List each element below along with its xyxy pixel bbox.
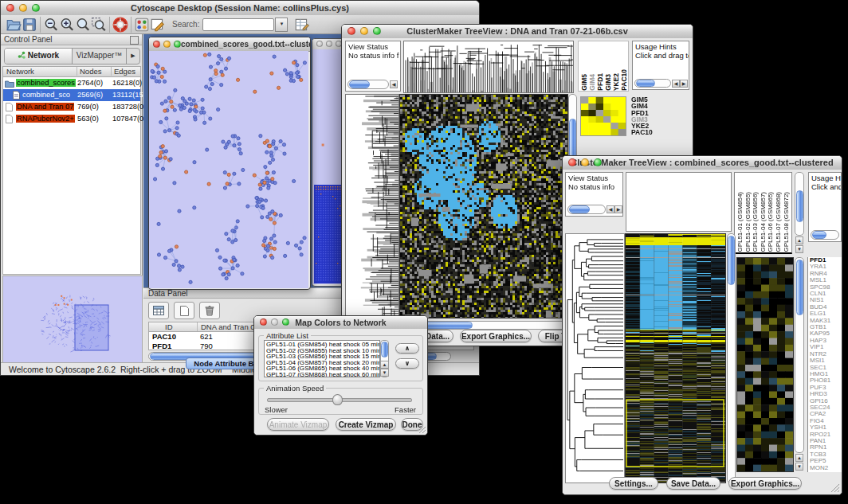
scroll-left-arrow[interactable]: ◀ bbox=[607, 205, 614, 213]
row-dendrogram[interactable] bbox=[565, 233, 625, 483]
create-vizmap-button[interactable]: Create Vizmap bbox=[336, 418, 396, 431]
heatmap-zoom[interactable] bbox=[736, 257, 794, 472]
data-col-id: ID bbox=[165, 322, 173, 331]
table-row[interactable]: combined_scores 2764(0) 16218(0) bbox=[3, 77, 140, 89]
attribute-list-item[interactable]: GPL51-07 (GSM868) heat shock 60 min bbox=[266, 372, 379, 377]
attribute-list-item[interactable]: GPL51-04 (GSM857) heat shock 20 min bbox=[266, 360, 379, 366]
search-dropdown-button[interactable]: ▼ bbox=[275, 18, 288, 32]
usage-hints-scrollbar[interactable] bbox=[634, 79, 671, 88]
open-file-icon[interactable] bbox=[6, 17, 22, 33]
scroll-down-arrow[interactable]: ▼ bbox=[380, 369, 389, 377]
delete-attribute-trash-icon[interactable] bbox=[199, 302, 220, 319]
attribute-list[interactable]: GPL51-01 (GSM854) heat shock 05 minGPL51… bbox=[264, 340, 380, 377]
row-dendrogram[interactable] bbox=[345, 94, 399, 318]
minimize-button[interactable] bbox=[19, 4, 27, 12]
view-status-scrollbar[interactable] bbox=[567, 205, 606, 214]
zoom-window-button[interactable] bbox=[594, 158, 602, 166]
column-label: GPL51-04 (GSM857) bbox=[760, 192, 768, 252]
scroll-up-arrow[interactable]: ▲ bbox=[380, 361, 389, 369]
minimize-button[interactable] bbox=[581, 158, 589, 166]
zoom-selected-icon[interactable] bbox=[91, 17, 107, 33]
float-panel-icon[interactable] bbox=[130, 36, 139, 45]
file-icon bbox=[6, 103, 13, 111]
new-attribute-icon[interactable] bbox=[174, 302, 194, 319]
labels-v-scrollbar[interactable] bbox=[795, 172, 804, 236]
move-up-button[interactable]: ∧ bbox=[395, 343, 419, 354]
zoom-v-scrollbar[interactable] bbox=[795, 257, 804, 453]
usage-hints-scrollbar[interactable] bbox=[811, 230, 839, 240]
control-panel: Control Panel Network VizMapper™ ▶ Netwo… bbox=[1, 34, 143, 362]
scroll-right-arrow[interactable]: ▶ bbox=[680, 80, 688, 88]
table-row[interactable]: DNA and Tran 07 769(0) 183728(0) bbox=[3, 101, 140, 113]
minimize-button[interactable] bbox=[326, 41, 332, 47]
close-button[interactable] bbox=[153, 41, 160, 48]
settings-button[interactable]: Settings... bbox=[609, 477, 658, 490]
col-nodes: Nodes bbox=[77, 67, 101, 76]
column-dendrogram[interactable] bbox=[403, 41, 574, 93]
global-v-scrollbar[interactable] bbox=[727, 233, 736, 483]
scroll-right-arrow[interactable]: ▶ bbox=[614, 205, 622, 213]
tab-overflow-button[interactable]: ▶ bbox=[127, 49, 139, 64]
main-title-bar[interactable]: Cytoscape Desktop (Session Name: collins… bbox=[1, 1, 479, 16]
zoom-window-button[interactable] bbox=[174, 41, 181, 48]
animate-vizmap-button[interactable]: Animate Vizmap bbox=[267, 418, 329, 431]
close-button[interactable] bbox=[347, 27, 355, 35]
attribute-list-item[interactable]: GPL51-03 (GSM856) heat shock 15 min bbox=[266, 354, 379, 360]
zoom-out-icon[interactable] bbox=[43, 17, 59, 33]
data-table-icon[interactable] bbox=[148, 302, 169, 319]
attribute-list-item[interactable]: GPL51-01 (GSM854) heat shock 05 min bbox=[266, 342, 379, 348]
birds-eye-view[interactable] bbox=[2, 275, 143, 363]
column-labels: GIM5GIM4PFD1GIM3YKE2PAC10 bbox=[578, 41, 629, 92]
animation-speed-label: Animation Speed bbox=[264, 384, 326, 393]
attribute-list-item[interactable]: GPL51-06 (GSM865) heat shock 40 min bbox=[266, 365, 379, 372]
column-dendrogram-area[interactable] bbox=[626, 172, 732, 232]
scroll-up-arrow[interactable]: ▲ bbox=[795, 454, 803, 462]
similarity-heatmap[interactable] bbox=[580, 96, 626, 136]
zoom-window-button[interactable] bbox=[373, 27, 381, 35]
move-down-button[interactable]: ∨ bbox=[395, 358, 419, 369]
close-button[interactable] bbox=[568, 158, 576, 166]
annotation-icon[interactable] bbox=[150, 17, 166, 33]
column-labels: GPL51-01 (GSM854)GPL51-02 (GSM855)GPL51-… bbox=[734, 172, 792, 254]
minimize-button[interactable] bbox=[163, 41, 171, 48]
view-status-scrollbar[interactable] bbox=[347, 80, 389, 89]
export-graphics-button[interactable]: Export Graphics... bbox=[728, 477, 802, 490]
resize-grip[interactable] bbox=[418, 426, 426, 434]
row-label: PAC10 bbox=[631, 129, 663, 135]
heatmap-main[interactable] bbox=[399, 94, 568, 318]
table-row-selected[interactable]: combined_sco 2569(6) 13112(15) bbox=[3, 89, 140, 101]
export-graphics-button[interactable]: Export Graphics... bbox=[460, 330, 532, 342]
scroll-down-arrow[interactable]: ▼ bbox=[795, 245, 803, 253]
attribute-list-item[interactable]: GPL51-02 (GSM855) heat shock 10 min bbox=[266, 348, 379, 354]
zoom-in-icon[interactable] bbox=[59, 17, 75, 33]
heatmap-global[interactable] bbox=[625, 233, 726, 483]
network-canvas[interactable] bbox=[149, 51, 308, 288]
minimize-button[interactable] bbox=[360, 27, 368, 35]
column-label: PFD1 bbox=[597, 73, 604, 91]
zoom-window-button[interactable] bbox=[32, 4, 40, 12]
close-button[interactable] bbox=[6, 4, 14, 12]
gene-labels: PFD1YRA1RNR4MSL1SPC98CLN1NIS1BUD4ELG1MAK… bbox=[807, 257, 842, 472]
save-data-button[interactable]: Save Data... bbox=[666, 477, 720, 490]
scroll-left-arrow[interactable]: ◀ bbox=[390, 80, 398, 88]
tab-vizmapper[interactable]: VizMapper™ bbox=[73, 49, 127, 64]
attribute-list-label: Attribute List bbox=[264, 331, 311, 340]
scroll-up-arrow[interactable]: ▲ bbox=[795, 236, 803, 244]
scroll-left-arrow[interactable]: ◀ bbox=[672, 80, 680, 88]
table-row[interactable]: RNAPuberNov2+ 563(0) 107847(0) bbox=[3, 113, 140, 125]
search-input[interactable] bbox=[202, 18, 274, 31]
close-button[interactable] bbox=[260, 318, 267, 326]
close-button[interactable] bbox=[316, 41, 323, 47]
resize-grip[interactable] bbox=[830, 483, 840, 493]
tab-network[interactable]: Network bbox=[5, 49, 73, 64]
vizmapper-shortcut-icon[interactable] bbox=[134, 17, 150, 33]
speed-slider-thumb[interactable] bbox=[332, 394, 343, 405]
save-session-icon[interactable] bbox=[22, 17, 37, 33]
zoom-fit-icon[interactable] bbox=[75, 17, 91, 33]
network-table-header[interactable]: Network Nodes Edges bbox=[3, 67, 140, 77]
help-lifesaver-icon[interactable] bbox=[112, 17, 128, 33]
gene-label[interactable]: MON2 bbox=[810, 465, 842, 471]
scroll-down-arrow[interactable]: ▼ bbox=[795, 463, 803, 471]
attribute-browser-icon[interactable] bbox=[294, 17, 310, 33]
zoom-window-button[interactable] bbox=[282, 318, 289, 326]
